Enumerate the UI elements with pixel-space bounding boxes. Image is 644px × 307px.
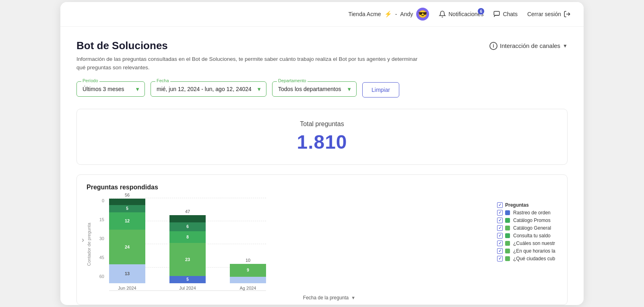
bar-jul-2024: 47 5 23 8 6 xyxy=(169,209,206,290)
legend-color xyxy=(505,210,510,215)
bar-seg: 6 xyxy=(169,222,206,231)
chat-icon xyxy=(493,10,500,18)
date-label: Fecha xyxy=(155,78,170,83)
y-tick: 15 xyxy=(95,217,104,222)
legend-label: Catálogo Promos xyxy=(513,218,551,223)
legend-item: Rastreo de orden xyxy=(497,210,557,216)
legend-color xyxy=(505,218,510,223)
chats-nav[interactable]: Chats xyxy=(493,10,518,18)
bell-icon xyxy=(439,10,446,18)
legend-item: Catálogo General xyxy=(497,225,557,231)
channel-btn[interactable]: i Interacción de canales ▼ xyxy=(489,42,568,50)
legend-color xyxy=(505,249,510,253)
clear-button[interactable]: Limpiar xyxy=(362,82,399,97)
stacked-bar: 5 23 8 6 xyxy=(169,215,206,283)
y-axis: 60 45 30 15 0 xyxy=(95,198,106,279)
logout-label: Cerrar sesión xyxy=(527,11,561,17)
period-select[interactable]: Últimos 3 meses xyxy=(76,81,145,97)
legend-check[interactable] xyxy=(497,241,503,246)
y-tick: 0 xyxy=(95,198,104,203)
dash: - xyxy=(395,11,397,17)
y-tick: 45 xyxy=(95,255,104,260)
bar-seg: 5 xyxy=(169,276,206,283)
legend-item: Consulta tu saldo xyxy=(497,233,557,239)
chart-card: › Preguntas respondidas Contador de preg… xyxy=(76,174,568,305)
period-filter: Período Últimos 3 meses ▼ xyxy=(76,81,145,97)
bar-seg: 12 xyxy=(109,212,145,230)
legend-check[interactable] xyxy=(497,256,503,261)
legend-color xyxy=(505,233,510,238)
brand-area: Tienda Acme ⚡ - Andy 😎 xyxy=(348,8,429,21)
header: Tienda Acme ⚡ - Andy 😎 Notificaciones 6 … xyxy=(60,2,584,27)
chats-label: Chats xyxy=(503,11,518,17)
bar-total-label: 10 xyxy=(246,258,250,263)
notifications-nav[interactable]: Notificaciones 6 xyxy=(439,10,483,18)
stacked-bar: 13 24 12 5 xyxy=(109,199,145,283)
sidebar-toggle-icon[interactable]: › xyxy=(82,235,84,244)
bar-total-label: 47 xyxy=(185,209,190,214)
stacked-bar: 9 xyxy=(230,264,266,283)
channel-btn-label: Interacción de canales xyxy=(500,42,560,49)
y-tick: 60 xyxy=(95,274,104,279)
bar-seg: 24 xyxy=(109,230,145,264)
legend-check[interactable] xyxy=(497,248,503,254)
bar-x-label: Ag 2024 xyxy=(240,286,256,290)
bar-x-label: Jul 2024 xyxy=(179,286,196,290)
legend-color xyxy=(505,226,510,230)
legend-color xyxy=(505,256,510,261)
logout-btn[interactable]: Cerrar sesión xyxy=(527,10,571,18)
legend-label: ¿Cuáles son nuestr xyxy=(513,241,555,246)
app-container: Tienda Acme ⚡ - Andy 😎 Notificaciones 6 … xyxy=(60,2,584,305)
logout-icon xyxy=(564,10,571,18)
legend-label: ¿En que horarios la xyxy=(513,248,555,254)
page-description: Información de las preguntas consultadas… xyxy=(76,55,423,72)
bar-seg: 8 xyxy=(169,231,206,243)
chevron-down-icon: ▼ xyxy=(563,43,568,49)
date-select[interactable]: mié, jun 12, 2024 - lun, ago 12, 24024 xyxy=(151,81,266,97)
bar-seg xyxy=(230,277,266,283)
legend-label: Consulta tu saldo xyxy=(513,233,551,239)
legend-check[interactable] xyxy=(497,210,503,216)
bar-total-label: 56 xyxy=(125,193,130,197)
avatar: 😎 xyxy=(416,8,429,21)
y-tick: 30 xyxy=(95,236,104,241)
legend-label: Catálogo General xyxy=(513,225,551,231)
legend-check[interactable] xyxy=(497,218,503,223)
legend-color xyxy=(505,241,510,246)
bolt-icon: ⚡ xyxy=(384,10,392,18)
svg-rect-0 xyxy=(494,12,500,16)
chart-area: Contador de pregunta 60 45 30 15 0 xyxy=(87,198,557,291)
bar-seg: 5 xyxy=(109,205,145,212)
legend-item: ¿En que horarios la xyxy=(497,248,557,254)
bar-seg: 9 xyxy=(230,264,266,277)
page-title: Bot de Soluciones xyxy=(76,39,168,52)
main-content: Bot de Soluciones i Interacción de canal… xyxy=(60,27,584,305)
x-axis-label-row: Fecha de la pregunta ▼ xyxy=(101,291,557,305)
chart-title: Preguntas respondidas xyxy=(87,184,557,191)
legend-item: ¿Qué ciudades cub xyxy=(497,256,557,261)
legend-item: Catálogo Promos xyxy=(497,218,557,223)
info-icon: i xyxy=(489,42,497,50)
bars-container: 56 13 24 12 5 xyxy=(109,198,266,291)
chart-body: 60 45 30 15 0 xyxy=(95,198,486,291)
y-axis-label: Contador de pregunta xyxy=(87,223,91,266)
dept-label: Departamento xyxy=(277,78,308,83)
bar-seg xyxy=(109,199,145,205)
bar-ag-2024: 10 9 Ag 2024 xyxy=(230,258,266,290)
stats-card: Total preguntas 1.810 xyxy=(76,109,568,165)
filters-row: Período Últimos 3 meses ▼ Fecha mié, jun… xyxy=(76,81,568,97)
legend-label: Preguntas xyxy=(505,202,529,208)
chevron-down-icon: ▼ xyxy=(351,295,355,300)
legend-item: ¿Cuáles son nuestr xyxy=(497,241,557,246)
legend-check[interactable] xyxy=(497,225,503,231)
legend-label: Rastreo de orden xyxy=(513,210,551,216)
stats-value: 1.810 xyxy=(87,131,557,153)
x-axis-label: Fecha de la pregunta xyxy=(303,295,349,301)
legend-header: Preguntas xyxy=(497,202,557,208)
dept-filter: Departamento Todos los departamentos ▼ xyxy=(272,81,357,97)
legend-label: ¿Qué ciudades cub xyxy=(513,256,555,261)
stats-label: Total preguntas xyxy=(87,120,557,128)
dept-select[interactable]: Todos los departamentos xyxy=(272,81,357,97)
legend-check[interactable] xyxy=(497,202,503,208)
legend-check[interactable] xyxy=(497,233,503,239)
